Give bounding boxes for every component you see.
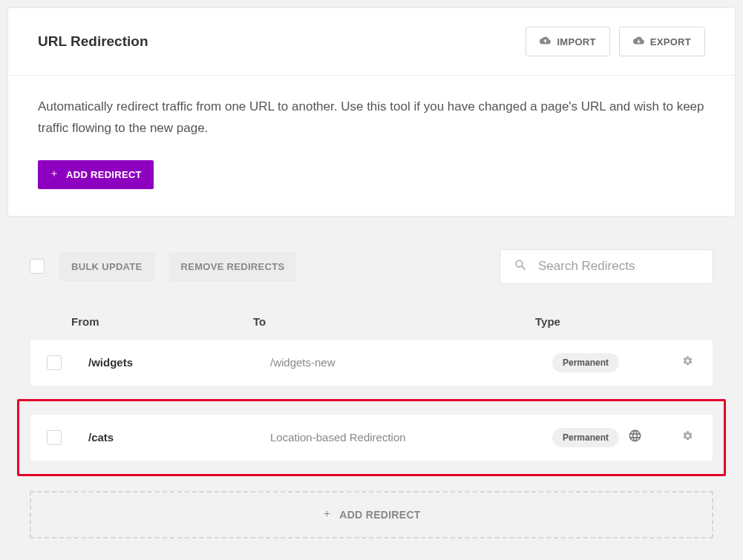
add-redirect-row: ADD REDIRECT [8, 145, 735, 216]
row-from: /cats [88, 431, 270, 444]
redirect-row[interactable]: /cats Location-based Redirection Permane… [30, 414, 713, 461]
search-box[interactable] [500, 249, 713, 284]
header-actions: IMPORT EXPORT [526, 27, 705, 56]
header-row: URL Redirection IMPORT EXPORT [8, 8, 735, 76]
description-text: Automatically redirect traffic from one … [8, 76, 735, 145]
type-pill: Permanent [552, 428, 619, 447]
search-icon [514, 258, 528, 275]
row-to: /widgets-new [270, 356, 552, 369]
cloud-upload-icon [540, 35, 551, 48]
row-type-cell: Permanent [552, 428, 682, 447]
row-checkbox[interactable] [47, 430, 62, 445]
col-to: To [253, 315, 535, 328]
row-from: /widgets [88, 356, 270, 369]
row-to: Location-based Redirection [270, 431, 552, 444]
row-checkbox[interactable] [47, 355, 62, 370]
list-toolbar: BULK UPDATE REMOVE REDIRECTS [0, 217, 743, 297]
plus-icon [322, 509, 332, 521]
type-pill: Permanent [552, 353, 619, 372]
plus-icon [50, 169, 59, 180]
col-type: Type [535, 315, 698, 328]
table-row: /widgets /widgets-new Permanent [30, 337, 713, 389]
gear-icon [682, 431, 693, 444]
redirects-table: From To Type /widgets /widgets-new Perma… [0, 297, 743, 560]
col-from: From [71, 315, 253, 328]
import-button[interactable]: IMPORT [526, 27, 609, 56]
url-redirection-panel: URL Redirection IMPORT EXPORT Automatica… [7, 7, 736, 217]
export-button[interactable]: EXPORT [619, 27, 705, 56]
add-redirect-footer-label: ADD REDIRECT [339, 509, 420, 521]
table-row-highlighted: /cats Location-based Redirection Permane… [17, 399, 726, 476]
add-redirect-footer-button[interactable]: ADD REDIRECT [30, 491, 713, 538]
page-title: URL Redirection [38, 33, 148, 50]
row-type-cell: Permanent [552, 353, 682, 372]
add-redirect-label: ADD REDIRECT [66, 169, 142, 180]
import-label: IMPORT [557, 36, 595, 47]
globe-icon [628, 429, 642, 446]
table-header: From To Type [30, 297, 713, 337]
redirect-row[interactable]: /widgets /widgets-new Permanent [30, 339, 713, 386]
export-label: EXPORT [650, 36, 691, 47]
row-settings-button[interactable] [682, 430, 696, 444]
list-toolbar-left: BULK UPDATE REMOVE REDIRECTS [30, 252, 296, 281]
cloud-download-icon [633, 35, 644, 48]
bulk-update-button[interactable]: BULK UPDATE [59, 252, 154, 281]
remove-redirects-button[interactable]: REMOVE REDIRECTS [169, 252, 297, 281]
add-redirect-button[interactable]: ADD REDIRECT [38, 160, 154, 189]
search-input[interactable] [538, 259, 699, 274]
select-all-checkbox[interactable] [30, 259, 45, 274]
gear-icon [682, 356, 693, 369]
row-settings-button[interactable] [682, 355, 696, 369]
